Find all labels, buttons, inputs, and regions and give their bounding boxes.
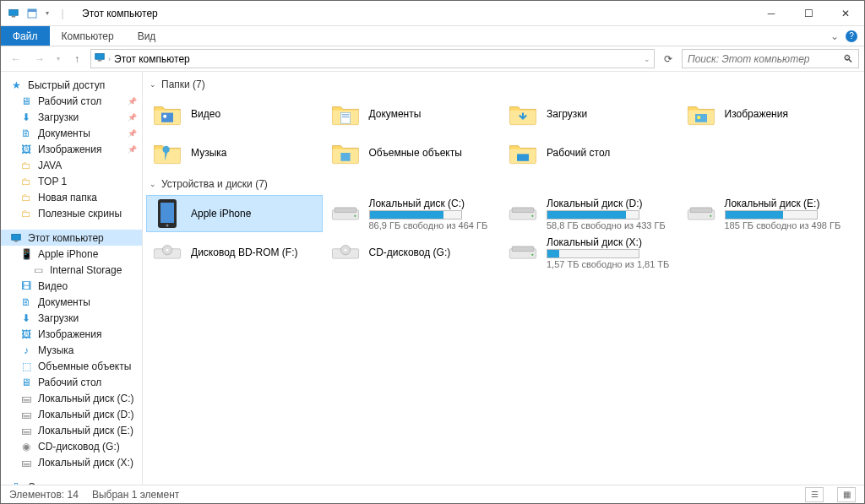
sidebar-item-drive-x[interactable]: 🖴Локальный диск (X:) (1, 454, 142, 470)
navigation-bar: ← → ▾ ↑ › Этот компьютер ⌄ ⟳ 🔍︎ (1, 46, 864, 72)
up-button[interactable]: ↑ (67, 49, 87, 69)
sidebar-quick-access[interactable]: ★Быстрый доступ (1, 77, 142, 93)
view-details-button[interactable]: ☰ (805, 487, 824, 502)
device-icon (330, 237, 361, 268)
device-tile[interactable]: Локальный диск (E:)185 ГБ свободно из 49… (680, 195, 857, 232)
sidebar-network[interactable]: 🖧Сеть (1, 479, 142, 485)
sidebar-item-top1[interactable]: 🗀TOP 1 (1, 173, 142, 189)
address-bar[interactable]: › Этот компьютер ⌄ (90, 49, 655, 68)
help-icon[interactable]: ? (846, 30, 857, 42)
downloads-icon: ⬇ (19, 111, 33, 124)
cube-icon: ⬚ (19, 360, 33, 373)
folder-tile[interactable]: Изображения (680, 95, 857, 133)
status-item-count: Элементов: 14 (9, 489, 79, 501)
capacity-bar (547, 210, 639, 219)
folder-tile[interactable]: Загрузки (502, 95, 678, 133)
capacity-bar (725, 210, 818, 219)
breadcrumb-location[interactable]: Этот компьютер (114, 53, 190, 65)
content-view: ⌄Папки (7) Видео Документы Загрузки Изоб… (143, 72, 864, 485)
sidebar-item-drive-d[interactable]: 🖴Локальный диск (D:) (1, 406, 142, 422)
device-label: Локальный диск (C:) (369, 198, 495, 209)
desktop-icon: 🖥 (19, 95, 33, 108)
close-button[interactable]: ✕ (827, 2, 864, 25)
device-tile[interactable]: Локальный диск (X:)1,57 ТБ свободно из 1… (502, 234, 678, 271)
title-bar: ▾ | Этот компьютер ─ ☐ ✕ (1, 1, 864, 26)
sidebar-item-drive-e[interactable]: 🖴Локальный диск (E:) (1, 422, 142, 438)
sidebar-item-desktop[interactable]: 🖥Рабочий стол (1, 93, 142, 109)
sidebar-item-drive-c[interactable]: 🖴Локальный диск (C:) (1, 390, 142, 406)
qat-dropdown-icon[interactable]: ▾ (43, 6, 52, 21)
sidebar-item-screenshots[interactable]: 🗀Полезные скрины (1, 205, 142, 221)
documents-icon: 🗎 (19, 295, 33, 309)
sidebar-item-documents[interactable]: 🗎Документы (1, 125, 142, 141)
recent-dropdown[interactable]: ▾ (53, 49, 63, 69)
search-box[interactable]: 🔍︎ (682, 49, 859, 68)
forward-button[interactable]: → (30, 49, 50, 69)
sidebar-item-downloads[interactable]: ⬇Загрузки (1, 109, 142, 125)
drive-icon: 🖴 (19, 392, 33, 405)
sidebar-item-desktop2[interactable]: 🖥Рабочий стол (1, 374, 142, 390)
device-icon (508, 198, 538, 229)
folder-tile[interactable]: Видео (146, 95, 323, 133)
folder-label: Документы (369, 108, 495, 120)
quick-access-toolbar: ▾ | (1, 6, 75, 21)
folder-tile[interactable]: Рабочий стол (502, 134, 678, 171)
device-tile[interactable]: Apple iPhone (146, 195, 323, 232)
folder-tile[interactable]: Музыка (146, 134, 323, 171)
svg-point-31 (166, 249, 169, 252)
sidebar-item-music[interactable]: ♪Музыка (1, 342, 142, 358)
folder-label: Музыка (191, 147, 317, 159)
maximize-button[interactable]: ☐ (790, 2, 827, 25)
folder-tile[interactable]: Документы (324, 95, 501, 133)
sidebar-item-3d[interactable]: ⬚Объемные объекты (1, 358, 142, 374)
sidebar-item-documents2[interactable]: 🗎Документы (1, 294, 142, 310)
device-icon (152, 237, 182, 268)
folder-label: Загрузки (547, 108, 672, 120)
group-header-devices[interactable]: ⌄Устройства и диски (7) (150, 178, 856, 190)
device-subtext: 86,9 ГБ свободно из 464 ГБ (369, 220, 495, 230)
sidebar-item-downloads2[interactable]: ⬇Загрузки (1, 310, 142, 326)
drive-icon: 🖴 (19, 408, 33, 421)
minimize-button[interactable]: ─ (753, 2, 790, 25)
device-label: Локальный диск (D:) (547, 198, 672, 209)
back-button[interactable]: ← (6, 49, 26, 69)
sidebar-item-drive-g[interactable]: ◉CD-дисковод (G:) (1, 438, 142, 454)
folder-tile[interactable]: Объемные объекты (324, 134, 501, 171)
sidebar-item-iphone[interactable]: 📱Apple iPhone (1, 246, 142, 262)
device-tile[interactable]: Дисковод BD-ROM (F:) (146, 234, 323, 271)
device-tile[interactable]: Локальный диск (D:)58,8 ГБ свободно из 4… (502, 195, 678, 232)
sidebar-this-pc[interactable]: Этот компьютер (1, 230, 142, 246)
device-tile[interactable]: CD-дисковод (G:) (324, 234, 501, 271)
qat-properties-icon[interactable] (24, 6, 40, 21)
status-bar: Элементов: 14 Выбран 1 элемент ☰ ▦ (1, 485, 864, 503)
sidebar-item-pictures2[interactable]: 🖼Изображения (1, 326, 142, 342)
folder-icon: 🗀 (19, 159, 33, 172)
qat-separator: | (55, 6, 70, 21)
device-tile[interactable]: Локальный диск (C:)86,9 ГБ свободно из 4… (324, 195, 501, 232)
search-input[interactable] (688, 53, 838, 65)
svg-point-9 (163, 115, 166, 118)
search-icon[interactable]: 🔍︎ (843, 53, 853, 65)
device-subtext: 1,57 ТБ свободно из 1,81 ТБ (547, 259, 672, 269)
svg-rect-24 (512, 208, 534, 213)
refresh-button[interactable]: ⟳ (658, 53, 678, 65)
svg-rect-6 (12, 234, 21, 240)
collapse-ribbon-icon[interactable]: ⌄ (830, 30, 839, 42)
address-dropdown-icon[interactable]: ⌄ (644, 55, 650, 63)
sidebar-item-pictures[interactable]: 🖼Изображения (1, 141, 142, 157)
svg-point-28 (710, 215, 711, 217)
device-icon (330, 198, 361, 229)
view-tiles-button[interactable]: ▦ (837, 487, 856, 502)
tab-computer[interactable]: Компьютер (50, 26, 126, 46)
group-header-folders[interactable]: ⌄Папки (7) (150, 79, 856, 90)
sidebar-item-videos[interactable]: 🎞Видео (1, 278, 142, 294)
status-selection: Выбран 1 элемент (92, 489, 179, 501)
desktop-icon: 🖥 (19, 376, 33, 389)
sidebar-item-java[interactable]: 🗀JAVA (1, 157, 142, 173)
tab-view[interactable]: Вид (126, 26, 168, 46)
sidebar-item-newfolder[interactable]: 🗀Новая папка (1, 189, 142, 205)
sidebar-item-internal-storage[interactable]: ▭Internal Storage (1, 262, 142, 278)
disc-icon: ◉ (19, 440, 33, 453)
tab-file[interactable]: Файл (1, 26, 50, 46)
phone-icon: 📱 (19, 247, 33, 261)
